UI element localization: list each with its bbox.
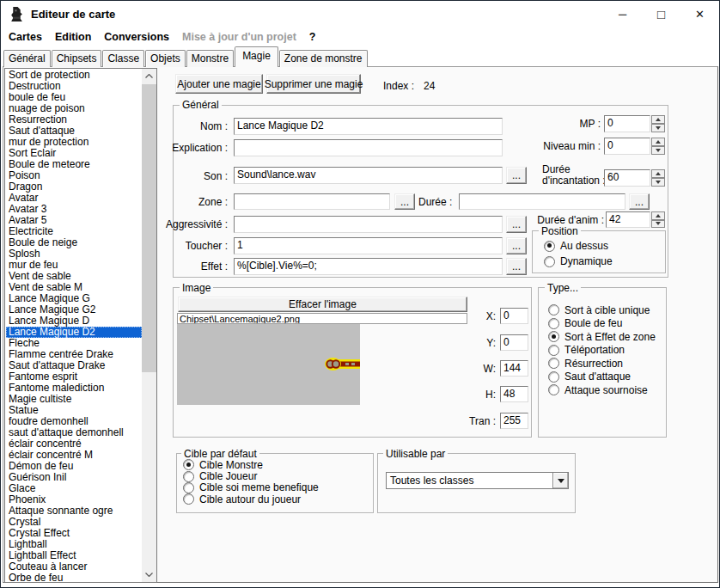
menu-item-conversions[interactable]: Conversions bbox=[104, 31, 169, 43]
radio-icon[interactable] bbox=[544, 256, 555, 267]
list-item[interactable]: Flamme centrée Drake bbox=[6, 349, 142, 360]
spinner-down-icon[interactable] bbox=[651, 124, 665, 132]
list-item[interactable]: saut d'attaque demonhell bbox=[6, 427, 142, 438]
radio-icon[interactable] bbox=[183, 471, 194, 482]
list-item[interactable]: Sort de protection bbox=[6, 70, 142, 81]
dropdown-arrow-icon[interactable] bbox=[552, 473, 568, 488]
list-item[interactable]: Couteau à lancer bbox=[6, 561, 142, 573]
minimize-button[interactable]: ─ bbox=[603, 1, 642, 28]
explication-field[interactable] bbox=[234, 139, 503, 156]
radio-option[interactable]: Cible Monstre bbox=[183, 459, 319, 470]
radio-option[interactable]: Cible soi meme benefique bbox=[183, 482, 319, 493]
list-item[interactable]: Dragon bbox=[6, 181, 142, 193]
list-item[interactable]: Fleche bbox=[6, 338, 142, 349]
w-field[interactable]: 144 bbox=[500, 360, 528, 377]
incantation-spinner[interactable] bbox=[651, 169, 665, 187]
list-item[interactable]: Lightball Effect bbox=[6, 550, 142, 561]
aggressivite-browse-button[interactable]: ... bbox=[506, 216, 527, 233]
radio-icon[interactable] bbox=[548, 304, 559, 315]
radio-option[interactable]: Saut d'attaque bbox=[548, 371, 656, 384]
delete-magic-button[interactable]: Supprimer une magie bbox=[266, 74, 361, 94]
spinner-up-icon[interactable] bbox=[651, 138, 665, 146]
radio-icon[interactable] bbox=[548, 358, 559, 369]
zone-field[interactable] bbox=[234, 193, 390, 210]
close-button[interactable]: ✕ bbox=[680, 1, 719, 28]
list-item[interactable]: Destruction bbox=[6, 81, 142, 92]
radio-option[interactable]: Dynamique bbox=[544, 254, 613, 269]
tab-monstre[interactable]: Monstre bbox=[186, 50, 234, 67]
radio-option[interactable]: Sort à cible unique bbox=[548, 303, 656, 317]
list-item[interactable]: Vent de sable bbox=[6, 271, 142, 282]
spinner-up-icon[interactable] bbox=[651, 115, 665, 124]
mp-spinner[interactable] bbox=[651, 115, 665, 132]
list-item[interactable]: nuage de poison bbox=[6, 103, 142, 114]
tab-chipsets[interactable]: Chipsets bbox=[52, 50, 102, 67]
list-item[interactable]: Sort Eclair bbox=[6, 148, 142, 159]
duree-anim-field[interactable]: 42 bbox=[606, 211, 650, 228]
tab-objets[interactable]: Objets bbox=[145, 50, 186, 67]
radio-option[interactable]: Cible autour du joueur bbox=[183, 493, 319, 505]
radio-option[interactable]: Résurrection bbox=[548, 357, 656, 371]
list-item[interactable]: Guérison Inil bbox=[6, 472, 142, 483]
spinner-up-icon[interactable] bbox=[651, 169, 665, 178]
menu-item-cartes[interactable]: Cartes bbox=[9, 31, 42, 43]
radio-option[interactable]: Sort à Effet de zone bbox=[548, 330, 656, 344]
list-item[interactable]: Glace bbox=[6, 483, 142, 494]
list-item[interactable]: Saut d'attaque Drake bbox=[6, 360, 142, 371]
son-browse-button[interactable]: ... bbox=[506, 167, 527, 184]
tab-classe[interactable]: Classe bbox=[102, 50, 144, 67]
spinner-up-icon[interactable] bbox=[651, 211, 665, 220]
tab-g-n-ral[interactable]: Général bbox=[3, 50, 51, 67]
radio-option[interactable]: Attaque sournoise bbox=[548, 383, 656, 397]
list-item[interactable]: Orbe de feu bbox=[6, 573, 142, 584]
radio-option[interactable]: Cible Joueur bbox=[183, 470, 319, 481]
list-item[interactable]: Avatar 3 bbox=[6, 204, 142, 215]
radio-option[interactable]: Au dessus bbox=[544, 238, 613, 254]
y-field[interactable]: 0 bbox=[500, 334, 528, 351]
classes-dropdown[interactable]: Toutes les classes bbox=[386, 472, 569, 489]
list-item[interactable]: éclair concentré bbox=[6, 438, 142, 450]
list-item[interactable]: mur de feu bbox=[6, 260, 142, 271]
toucher-field[interactable]: 1 bbox=[234, 237, 503, 254]
duree-anim-spinner[interactable] bbox=[651, 211, 665, 228]
nom-field[interactable]: Lance Magique D2 bbox=[234, 118, 503, 135]
list-item[interactable]: Attaque sonnante ogre bbox=[6, 505, 142, 517]
list-item[interactable]: Boule de meteore bbox=[6, 159, 142, 170]
list-item[interactable]: Avatar 5 bbox=[6, 215, 142, 226]
radio-icon[interactable] bbox=[548, 331, 559, 342]
niveau-min-spinner[interactable] bbox=[651, 138, 665, 155]
incantation-field[interactable]: 60 bbox=[604, 169, 650, 187]
effet-browse-button[interactable]: ... bbox=[506, 258, 527, 275]
tab-zone-de-monstre[interactable]: Zone de monstre bbox=[279, 50, 368, 67]
list-item[interactable]: Avatar bbox=[6, 193, 142, 204]
list-item[interactable]: Phoenix bbox=[6, 494, 142, 505]
list-item[interactable]: boule de feu bbox=[6, 92, 142, 103]
menu-item-edition[interactable]: Edition bbox=[55, 31, 91, 43]
list-item[interactable]: Vent de sable M bbox=[6, 282, 142, 293]
list-item[interactable]: Resurrection bbox=[6, 114, 142, 126]
maximize-button[interactable]: □ bbox=[642, 1, 680, 28]
radio-icon[interactable] bbox=[548, 345, 559, 356]
toucher-browse-button[interactable]: ... bbox=[506, 237, 527, 254]
radio-icon[interactable] bbox=[548, 371, 559, 383]
list-item[interactable]: Fantome esprit bbox=[6, 371, 142, 383]
radio-option[interactable]: Boule de feu bbox=[548, 317, 656, 331]
spinner-down-icon[interactable] bbox=[651, 178, 665, 187]
list-item[interactable]: Crystal bbox=[6, 517, 142, 528]
list-item[interactable]: Lance Magique D bbox=[6, 315, 142, 327]
list-item[interactable]: Saut d'attaque bbox=[6, 126, 142, 137]
spell-list-scrollbar[interactable] bbox=[142, 69, 156, 582]
radio-icon[interactable] bbox=[183, 493, 194, 505]
radio-icon[interactable] bbox=[544, 241, 555, 252]
radio-icon[interactable] bbox=[548, 384, 559, 395]
radio-icon[interactable] bbox=[183, 482, 194, 493]
image-path-field[interactable]: Chipset\Lancemagique2.png bbox=[177, 313, 467, 324]
niveau-min-field[interactable]: 0 bbox=[604, 138, 650, 155]
aggressivite-field[interactable] bbox=[234, 216, 503, 233]
add-magic-button[interactable]: Ajouter une magie bbox=[175, 74, 263, 94]
scrollbar-thumb[interactable] bbox=[142, 84, 156, 372]
mp-field[interactable]: 0 bbox=[604, 115, 650, 132]
list-item[interactable]: Boule de neige bbox=[6, 237, 142, 248]
h-field[interactable]: 48 bbox=[500, 386, 528, 402]
radio-icon[interactable] bbox=[548, 318, 559, 329]
